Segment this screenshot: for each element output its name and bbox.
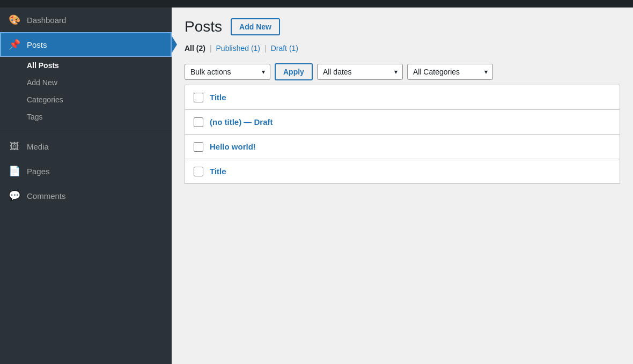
filter-tab-draft[interactable]: Draft (1) — [271, 44, 298, 53]
sidebar-item-dashboard[interactable]: 🎨 Dashboard — [0, 8, 172, 32]
submenu-item-tags[interactable]: Tags — [0, 108, 172, 125]
admin-bar — [0, 0, 633, 8]
post-checkbox-1[interactable] — [194, 117, 203, 127]
all-categories-wrapper: All Categories ▾ — [407, 64, 493, 80]
sidebar-item-pages-label: Pages — [27, 167, 50, 176]
post-title-1[interactable]: (no title) — Draft — [210, 116, 273, 128]
table-footer-row: Title — [185, 159, 620, 183]
sidebar-item-posts[interactable]: 📌 Posts — [0, 32, 172, 57]
sidebar-arrow — [172, 36, 177, 53]
all-dates-select[interactable]: All dates — [317, 64, 403, 80]
apply-button[interactable]: Apply — [275, 63, 313, 80]
posts-icon: 📌 — [9, 39, 20, 50]
submenu-item-categories[interactable]: Categories — [0, 91, 172, 108]
all-dates-wrapper: All dates ▾ — [317, 64, 403, 80]
bulk-actions-select[interactable]: Bulk actions Edit Move to Trash — [185, 64, 270, 80]
sidebar-divider — [0, 130, 172, 130]
sidebar-item-dashboard-label: Dashboard — [27, 16, 66, 25]
filter-tab-all[interactable]: All (2) — [185, 44, 205, 53]
filter-tab-published[interactable]: Published (1) — [216, 44, 261, 53]
select-all-footer-checkbox[interactable] — [194, 167, 203, 176]
sidebar-item-media-label: Media — [27, 142, 49, 151]
posts-submenu: All Posts Add New Categories Tags — [0, 57, 172, 125]
page-header: Posts Add New — [185, 18, 620, 35]
page-title: Posts — [185, 18, 222, 35]
table-row: (no title) — Draft — [185, 110, 620, 135]
all-categories-select[interactable]: All Categories — [407, 64, 493, 80]
sidebar-item-comments[interactable]: 💬 Comments — [0, 183, 172, 208]
toolbar: Bulk actions Edit Move to Trash ▾ Apply … — [185, 59, 620, 85]
pages-icon: 📄 — [9, 165, 20, 177]
sidebar-item-media[interactable]: 🖼 Media — [0, 135, 172, 159]
sidebar: 🎨 Dashboard 📌 Posts All Posts Add New Ca… — [0, 0, 172, 364]
sidebar-item-pages[interactable]: 📄 Pages — [0, 159, 172, 183]
select-all-checkbox[interactable] — [194, 93, 203, 102]
filter-tabs: All (2) | Published (1) | Draft (1) — [185, 44, 620, 53]
table-row: Hello world! — [185, 135, 620, 159]
post-checkbox-2[interactable] — [194, 142, 203, 152]
comments-icon: 💬 — [9, 190, 20, 202]
add-new-button[interactable]: Add New — [231, 18, 280, 35]
dashboard-icon: 🎨 — [9, 14, 20, 26]
sidebar-item-comments-label: Comments — [27, 191, 66, 200]
table-header-title[interactable]: Title — [210, 92, 226, 103]
posts-table: Title (no title) — Draft Hello world! Ti… — [185, 85, 620, 184]
post-title-2[interactable]: Hello world! — [210, 141, 256, 152]
media-icon: 🖼 — [9, 141, 20, 152]
submenu-item-add-new[interactable]: Add New — [0, 74, 172, 91]
sidebar-item-posts-label: Posts — [27, 40, 47, 49]
main-content: Posts Add New All (2) | Published (1) | … — [172, 0, 633, 364]
table-footer-title[interactable]: Title — [210, 166, 226, 177]
table-header-row: Title — [185, 85, 620, 110]
submenu-item-all-posts[interactable]: All Posts — [0, 57, 172, 74]
bulk-actions-wrapper: Bulk actions Edit Move to Trash ▾ — [185, 64, 270, 80]
